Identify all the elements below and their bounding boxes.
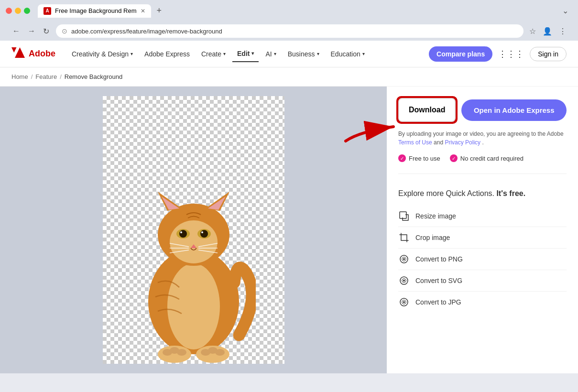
svg-point-27 bbox=[177, 349, 186, 356]
cat-image bbox=[131, 130, 256, 364]
adobe-icon bbox=[11, 47, 25, 61]
nav-item-business[interactable]: Business ▾ bbox=[283, 46, 324, 62]
adobe-logo[interactable]: Adobe bbox=[11, 47, 55, 61]
convert-png-icon bbox=[398, 253, 410, 265]
svg-point-36 bbox=[403, 280, 405, 282]
open-express-button[interactable]: Open in Adobe Express bbox=[461, 99, 567, 121]
sign-in-button[interactable]: Sign in bbox=[530, 47, 567, 61]
site-wrapper: Adobe Creativity & Design ▾ Adobe Expres… bbox=[0, 41, 578, 373]
action-buttons-section: Download Open in Adobe Express bbox=[398, 98, 567, 122]
svg-point-30 bbox=[215, 349, 225, 356]
browser-titlebar: A Free Image Background Rem ✕ + ⌄ bbox=[6, 4, 572, 18]
menu-button[interactable]: ⋮ bbox=[557, 25, 568, 38]
nav-item-ai[interactable]: AI ▾ bbox=[261, 46, 281, 62]
download-button-wrapper: Download bbox=[398, 98, 456, 122]
quick-action-convert-svg[interactable]: Convert to SVG bbox=[398, 270, 567, 292]
breadcrumb: Home / Feature / Remove Background bbox=[0, 67, 578, 87]
url-text: adobe.com/express/feature/image/remove-b… bbox=[71, 28, 518, 35]
crop-icon bbox=[398, 232, 410, 243]
svg-marker-0 bbox=[15, 47, 25, 58]
traffic-light-fullscreen[interactable] bbox=[24, 8, 30, 14]
forward-button[interactable]: → bbox=[25, 25, 38, 38]
nav-item-create[interactable]: Create ▾ bbox=[196, 46, 230, 62]
privacy-link[interactable]: Privacy Policy bbox=[445, 139, 480, 146]
tab-close-button[interactable]: ✕ bbox=[141, 8, 145, 14]
refresh-button[interactable]: ↻ bbox=[40, 25, 52, 38]
quick-action-resize[interactable]: Resize image bbox=[398, 206, 567, 227]
image-container bbox=[103, 96, 284, 364]
breadcrumb-separator: / bbox=[31, 73, 33, 80]
chevron-down-icon: ▾ bbox=[362, 51, 365, 56]
svg-point-3 bbox=[167, 263, 220, 349]
badge-no-credit: ✓ No credit card required bbox=[450, 154, 523, 162]
checkmark-icon: ✓ bbox=[450, 154, 458, 162]
chevron-down-icon: ▾ bbox=[131, 51, 133, 56]
resize-icon bbox=[398, 210, 410, 222]
action-row: Download Open in Adobe Express bbox=[398, 98, 567, 122]
traffic-light-minimize[interactable] bbox=[15, 8, 21, 14]
svg-point-34 bbox=[403, 258, 405, 260]
url-lock-icon: ⊙ bbox=[62, 27, 67, 35]
main-content: Download Open in Adobe Express bbox=[0, 87, 578, 373]
browser-actions: ☆ 👤 ⋮ bbox=[527, 25, 568, 38]
nav-items: Creativity & Design ▾ Adobe Express Crea… bbox=[67, 46, 417, 62]
convert-jpg-icon bbox=[398, 296, 410, 308]
chevron-down-icon: ▾ bbox=[317, 51, 319, 56]
terms-text: By uploading your image or video, you ar… bbox=[398, 130, 567, 147]
adobe-wordmark: Adobe bbox=[29, 49, 55, 59]
quick-action-list: Resize image Crop image bbox=[398, 206, 567, 313]
browser-tabs: A Free Image Background Rem ✕ + bbox=[38, 4, 165, 18]
svg-point-5 bbox=[170, 220, 218, 263]
bookmark-button[interactable]: ☆ bbox=[527, 25, 538, 38]
nav-item-education[interactable]: Education ▾ bbox=[326, 46, 370, 62]
active-tab[interactable]: A Free Image Background Rem ✕ bbox=[38, 4, 151, 18]
terms-link[interactable]: Terms of Use bbox=[398, 139, 432, 146]
breadcrumb-separator: / bbox=[60, 73, 62, 80]
svg-point-15 bbox=[201, 231, 203, 233]
chevron-down-icon: ▾ bbox=[251, 51, 254, 56]
right-panel: Download Open in Adobe Express bbox=[387, 87, 578, 373]
nav-buttons: ← → ↻ bbox=[10, 25, 52, 38]
quick-action-convert-jpg[interactable]: Convert to JPG bbox=[398, 292, 567, 313]
svg-rect-32 bbox=[400, 212, 406, 218]
checkmark-icon: ✓ bbox=[398, 154, 406, 162]
nav-item-edit[interactable]: Edit ▾ bbox=[232, 46, 259, 62]
convert-svg-icon bbox=[398, 275, 410, 286]
compare-plans-button[interactable]: Compare plans bbox=[429, 46, 492, 62]
badge-no-credit-label: No credit card required bbox=[460, 155, 523, 162]
quick-action-crop[interactable]: Crop image bbox=[398, 227, 567, 249]
chevron-down-icon: ▾ bbox=[223, 51, 226, 56]
browser-chrome: A Free Image Background Rem ✕ + ⌄ ← → ↻ … bbox=[0, 0, 578, 41]
breadcrumb-current: Remove Background bbox=[65, 73, 122, 80]
back-button[interactable]: ← bbox=[10, 25, 23, 38]
svg-point-38 bbox=[403, 301, 405, 303]
badge-free-label: Free to use bbox=[409, 155, 440, 162]
breadcrumb-feature[interactable]: Feature bbox=[35, 73, 57, 80]
svg-point-13 bbox=[200, 230, 208, 238]
grid-icon[interactable]: ⋮⋮⋮ bbox=[498, 49, 524, 59]
traffic-lights bbox=[6, 8, 30, 14]
nav-item-creativity[interactable]: Creativity & Design ▾ bbox=[67, 46, 138, 62]
address-bar: ← → ↻ ⊙ adobe.com/express/feature/image/… bbox=[6, 22, 572, 41]
nav-item-express[interactable]: Adobe Express bbox=[140, 46, 195, 62]
svg-point-12 bbox=[179, 230, 187, 238]
svg-marker-1 bbox=[11, 47, 17, 53]
nav-right: Compare plans ⋮⋮⋮ Sign in bbox=[429, 46, 567, 62]
profile-button[interactable]: 👤 bbox=[541, 25, 554, 38]
top-nav: Adobe Creativity & Design ▾ Adobe Expres… bbox=[0, 41, 578, 67]
tab-favicon: A bbox=[44, 7, 51, 15]
quick-action-convert-png[interactable]: Convert to PNG bbox=[398, 249, 567, 270]
image-panel bbox=[0, 87, 387, 373]
tab-title: Free Image Background Rem bbox=[55, 7, 137, 14]
chevron-down-icon: ▾ bbox=[274, 51, 276, 56]
tab-extension-button[interactable]: ⌄ bbox=[558, 4, 572, 17]
traffic-light-close[interactable] bbox=[6, 8, 12, 14]
badge-free: ✓ Free to use bbox=[398, 154, 440, 162]
quick-actions-title: Explore more Quick Actions. It's free. bbox=[398, 189, 567, 198]
new-tab-button[interactable]: + bbox=[153, 4, 166, 18]
download-button[interactable]: Download bbox=[398, 98, 456, 122]
svg-point-14 bbox=[180, 231, 182, 233]
url-bar[interactable]: ⊙ adobe.com/express/feature/image/remove… bbox=[56, 24, 523, 38]
breadcrumb-home[interactable]: Home bbox=[11, 73, 28, 80]
badges: ✓ Free to use ✓ No credit card required bbox=[398, 154, 567, 162]
